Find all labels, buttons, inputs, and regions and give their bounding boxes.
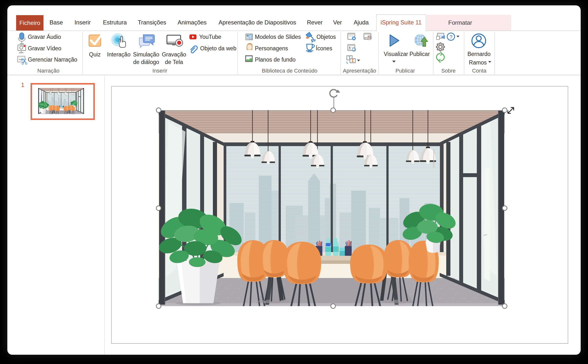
- svg-text:?: ?: [449, 34, 452, 40]
